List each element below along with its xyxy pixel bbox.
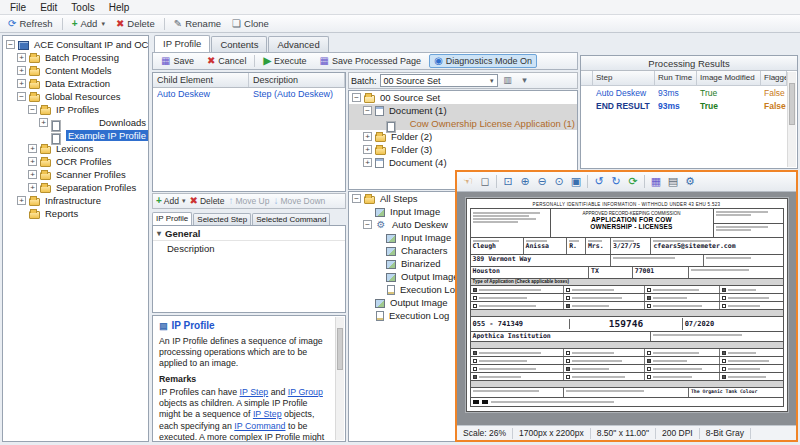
nav-content-models[interactable]: +Content Models	[3, 64, 148, 77]
properties-group-header[interactable]: ▾General	[153, 226, 345, 241]
checkbox-icon	[473, 359, 477, 363]
expander-icon[interactable]: +	[363, 132, 372, 141]
batch-folder-3[interactable]: +Folder (3)	[349, 143, 577, 156]
clone-button[interactable]: ❏Clone	[228, 17, 273, 30]
scrollbar[interactable]	[335, 317, 344, 440]
zoom-out-icon[interactable]: ⊖	[534, 174, 550, 190]
nav-data-extraction[interactable]: +Data Extraction	[3, 77, 148, 90]
results-column-flagged[interactable]: Flagged	[761, 71, 787, 85]
save-button[interactable]: ▦Save	[156, 54, 199, 68]
pan-tool-icon[interactable]: ☜	[460, 174, 476, 190]
menu-file[interactable]: File	[4, 2, 32, 13]
detail-tab-ip-profile[interactable]: IP Profile	[152, 212, 192, 225]
nav-downloads[interactable]: +Downloads	[3, 116, 148, 129]
expander-icon[interactable]: +	[28, 157, 37, 166]
rotate-left-icon[interactable]: ↺	[591, 174, 607, 190]
batch-cow-ownership-license-application-1[interactable]: Cow Ownership License Application (1)	[349, 117, 577, 130]
batch-folder-2[interactable]: +Folder (2)	[349, 130, 577, 143]
delete-step-button[interactable]: ✖Delete	[189, 196, 224, 206]
add-step-button[interactable]: +Add▾	[156, 196, 185, 206]
expander-icon[interactable]: −	[352, 194, 361, 203]
expander-icon[interactable]: +	[39, 118, 48, 127]
add-button[interactable]: +Add▾	[68, 17, 109, 30]
execute-button[interactable]: ▶Execute	[258, 54, 311, 68]
batch-document-4[interactable]: +Document (4)	[349, 156, 577, 169]
scrollbar[interactable]	[787, 72, 796, 167]
menu-tools[interactable]: Tools	[65, 2, 100, 13]
expander-icon[interactable]: +	[28, 183, 37, 192]
results-selector-column	[581, 71, 593, 85]
expander-icon[interactable]: −	[363, 106, 372, 115]
save-image-icon[interactable]: ▦	[648, 174, 664, 190]
nav-reports[interactable]: Reports	[3, 207, 148, 220]
expander-icon[interactable]: −	[6, 40, 15, 49]
nav-ace-consultant-ip-and-ocr[interactable]: −ACE Consultant IP and OCR	[3, 38, 148, 51]
move-up-button[interactable]: ↑Move Up	[228, 196, 269, 206]
nav-lexicons[interactable]: +Lexicons	[3, 142, 148, 155]
property-description-label[interactable]: Description	[153, 241, 345, 256]
batch-00-source-set[interactable]: −00 Source Set	[349, 91, 577, 104]
menu-edit[interactable]: Edit	[34, 2, 63, 13]
refresh-image-icon[interactable]: ⟳	[625, 174, 641, 190]
expander-icon[interactable]: +	[17, 66, 26, 75]
expander-icon[interactable]: +	[17, 79, 26, 88]
save-processed-page-button[interactable]: ▦Save Processed Page	[315, 54, 427, 68]
expander-icon[interactable]: −	[28, 105, 37, 114]
zoom-region-icon[interactable]: ⊡	[500, 174, 516, 190]
select-tool-icon[interactable]: ◻	[477, 174, 493, 190]
zoom-in-icon[interactable]: ⊕	[517, 174, 533, 190]
menu-help[interactable]: Help	[103, 2, 136, 13]
batch-view-icon[interactable]: ▥	[501, 74, 515, 87]
nav-infrastructure[interactable]: +Infrastructure	[3, 194, 148, 207]
help-link[interactable]: IP Step	[253, 409, 282, 419]
results-column-step[interactable]: Step	[593, 71, 655, 85]
refresh-button[interactable]: ⟳Refresh	[4, 17, 57, 30]
expander-icon[interactable]: −	[352, 93, 361, 102]
tab-advanced[interactable]: Advanced	[268, 36, 328, 52]
help-link[interactable]: IP Command	[234, 421, 285, 431]
tab-ip-profile[interactable]: IP Profile	[154, 35, 210, 52]
move-down-button[interactable]: ↓Move Down	[273, 196, 325, 206]
rotate-right-icon[interactable]: ↻	[608, 174, 624, 190]
image-settings-icon[interactable]: ⚙	[682, 174, 698, 190]
nav-scanner-profiles[interactable]: +Scanner Profiles	[3, 168, 148, 181]
expander-icon[interactable]: −	[17, 92, 26, 101]
expander-icon[interactable]: +	[17, 53, 26, 62]
scrollbar-thumb[interactable]	[789, 83, 795, 125]
nav-batch-processing[interactable]: +Batch Processing	[3, 51, 148, 64]
cancel-button[interactable]: ✖Cancel	[202, 54, 251, 68]
diagnostics-mode-button[interactable]: ◉Diagnostics Mode On	[429, 54, 537, 68]
expander-icon[interactable]: +	[17, 196, 26, 205]
expander-icon[interactable]: −	[363, 220, 372, 229]
tab-contents[interactable]: Contents	[211, 36, 267, 52]
nav-example-ip-profile[interactable]: Example IP Profile	[3, 129, 148, 142]
nav-ip-profiles[interactable]: −IP Profiles	[3, 103, 148, 116]
scrollbar-thumb[interactable]	[337, 328, 343, 370]
column-header-child-element[interactable]: Child Element	[153, 73, 249, 87]
detail-tab-selected-command[interactable]: Selected Command	[252, 213, 330, 225]
column-header-description[interactable]: Description	[249, 73, 345, 87]
batch-filter-icon[interactable]: ▾	[518, 74, 532, 87]
child-element-row[interactable]: Auto DeskewStep (Auto Deskew)	[153, 88, 345, 102]
expander-icon[interactable]: +	[363, 158, 372, 167]
expander-icon[interactable]: +	[363, 145, 372, 154]
zoom-actual-icon[interactable]: ⊙	[551, 174, 567, 190]
nav-separation-profiles[interactable]: +Separation Profiles	[3, 181, 148, 194]
nav-global-resources[interactable]: −Global Resources	[3, 90, 148, 103]
help-link[interactable]: IP Step	[240, 387, 269, 397]
batch-document-1[interactable]: −Document (1)	[349, 104, 577, 117]
viewer-canvas[interactable]: PERSONALLY IDENTIFIABLE INFORMATION - WI…	[457, 192, 796, 425]
form-cell: Mrs.	[586, 238, 611, 254]
help-link[interactable]: IP Group	[288, 387, 323, 397]
batch-select[interactable]: 00 Source Set▾	[380, 74, 498, 87]
results-column-run-time[interactable]: Run Time	[655, 71, 697, 85]
detail-tab-selected-step[interactable]: Selected Step	[193, 213, 251, 225]
zoom-fit-icon[interactable]: ▣	[568, 174, 584, 190]
expander-icon[interactable]: +	[28, 144, 37, 153]
rename-button[interactable]: ✎Rename	[170, 17, 225, 30]
results-column-image-modified[interactable]: Image Modified	[697, 71, 761, 85]
print-icon[interactable]: ▤	[665, 174, 681, 190]
delete-button[interactable]: ✖Delete	[112, 17, 159, 30]
expander-icon[interactable]: +	[28, 170, 37, 179]
nav-ocr-profiles[interactable]: +OCR Profiles	[3, 155, 148, 168]
